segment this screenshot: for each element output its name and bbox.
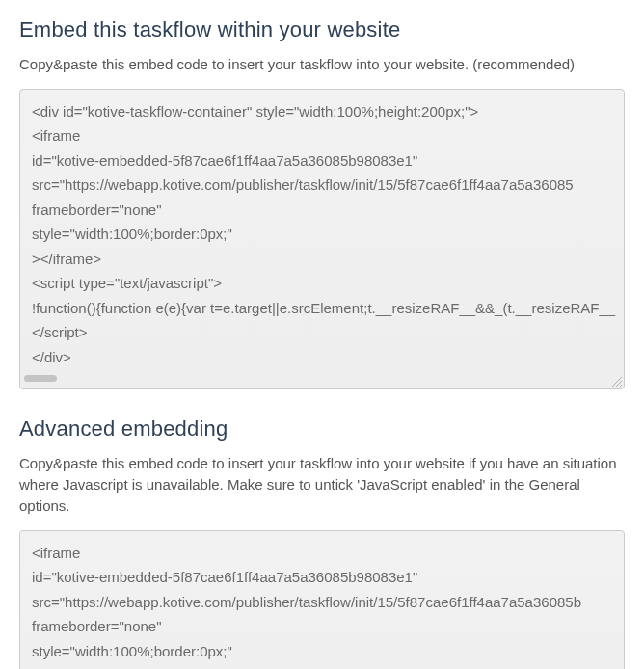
code-line: src="https://webapp.kotive.com/publisher… <box>32 173 612 198</box>
code-line: <div id="kotive-taskflow-container" styl… <box>32 99 612 124</box>
resize-handle-icon[interactable] <box>610 375 622 387</box>
heading-advanced: Advanced embedding <box>19 416 625 442</box>
scrollbar-track-basic[interactable] <box>24 375 610 385</box>
code-line: </div> <box>32 345 612 370</box>
code-line: src="https://webapp.kotive.com/publisher… <box>32 590 612 615</box>
code-line: </script> <box>32 320 612 345</box>
svg-line-2 <box>620 385 622 387</box>
code-line: style="width:100%;border:0px;" <box>32 222 612 247</box>
code-line: <script type="text/javascript"> <box>32 271 612 296</box>
code-line: frameborder="none" <box>32 198 612 223</box>
code-line: frameborder="none" <box>32 614 612 639</box>
description-advanced: Copy&paste this embed code to insert you… <box>19 453 625 516</box>
code-wrapper-advanced: <iframeid="kotive-embedded-5f87cae6f1ff4… <box>19 530 625 670</box>
code-line: <iframe <box>32 123 612 148</box>
code-box-advanced[interactable]: <iframeid="kotive-embedded-5f87cae6f1ff4… <box>20 531 624 670</box>
code-box-basic[interactable]: <div id="kotive-taskflow-container" styl… <box>20 90 624 374</box>
code-line: ></iframe> <box>32 247 612 272</box>
code-line: height=300 <box>32 663 612 669</box>
code-line: style="width:100%;border:0px;" <box>32 639 612 664</box>
scrollbar-thumb-basic[interactable] <box>24 375 57 382</box>
embed-section-advanced: Advanced embedding Copy&paste this embed… <box>19 416 625 669</box>
embed-section-basic: Embed this taskflow within your website … <box>19 17 625 389</box>
code-wrapper-basic: <div id="kotive-taskflow-container" styl… <box>19 89 625 390</box>
code-line: <iframe <box>32 541 612 566</box>
code-line: id="kotive-embedded-5f87cae6f1ff4aa7a5a3… <box>32 148 612 174</box>
description-basic: Copy&paste this embed code to insert you… <box>19 54 625 75</box>
heading-basic: Embed this taskflow within your website <box>19 17 625 42</box>
code-line: !function(){function e(e){var t=e.target… <box>32 296 612 321</box>
code-line: id="kotive-embedded-5f87cae6f1ff4aa7a5a3… <box>32 565 612 590</box>
